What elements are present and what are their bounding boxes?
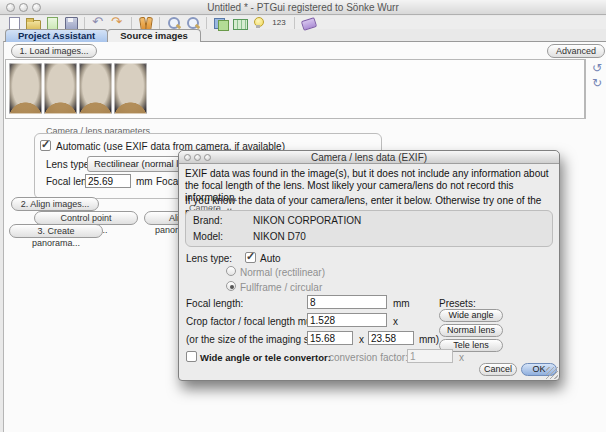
sensor-x-label: x xyxy=(359,334,364,345)
add-image-icon[interactable] xyxy=(43,16,60,30)
save-icon[interactable] xyxy=(62,16,79,30)
auto-lens-checkbox[interactable] xyxy=(245,252,256,263)
dialog-focal-length-label: Focal length: xyxy=(186,298,243,309)
auto-lens-label: Auto xyxy=(260,253,281,264)
dialog-focal-length-input[interactable] xyxy=(307,295,387,309)
presets-label: Presets: xyxy=(439,298,476,309)
sensor-mm-label: mm) xyxy=(419,334,439,345)
dialog-lens-type-label: Lens type: xyxy=(186,253,232,264)
image-preview-icon[interactable] xyxy=(212,16,229,30)
redo-icon[interactable] xyxy=(109,16,126,30)
sensor-width-input[interactable] xyxy=(307,331,353,345)
lightbulb-icon[interactable] xyxy=(250,16,267,30)
conversion-factor-input xyxy=(407,349,453,363)
tag-icon[interactable] xyxy=(300,16,317,30)
focal-length-input[interactable] xyxy=(85,174,131,188)
preset-wide-angle-button[interactable]: Wide angle xyxy=(439,309,503,322)
create-panorama-button[interactable]: 3. Create panorama... xyxy=(9,224,103,238)
zoom-in-icon[interactable] xyxy=(165,16,182,30)
tab-bar: Project Assistant Source images xyxy=(5,29,201,42)
fullframe-circular-label: Fullframe / circular xyxy=(240,282,322,293)
undo-icon[interactable] xyxy=(90,16,107,30)
tab-project-assistant[interactable]: Project Assistant xyxy=(5,29,108,42)
dialog-mm-label: mm xyxy=(393,298,410,309)
automatic-exif-checkbox[interactable] xyxy=(40,140,51,151)
tools-icon[interactable] xyxy=(137,16,154,30)
crop-factor-x-label: x xyxy=(393,316,398,327)
normal-rectilinear-radio[interactable] xyxy=(226,266,236,276)
toolbar: 123 xyxy=(0,16,606,29)
image-thumbnail[interactable] xyxy=(79,63,112,114)
toolbar-separator xyxy=(159,17,160,29)
image-thumbnail-strip[interactable] xyxy=(5,59,585,119)
dialog-title-bar: Camera / lens data (EXIF) xyxy=(179,151,559,164)
model-label: Model: xyxy=(193,231,223,242)
conversion-x-label: x xyxy=(459,352,464,363)
image-thumbnail[interactable] xyxy=(9,63,42,114)
model-value: NIKON D70 xyxy=(253,231,306,242)
crop-factor-input[interactable] xyxy=(307,313,387,327)
conversion-factor-label: conversion factor: xyxy=(329,352,408,363)
ptgui-window: Untitled * - PTGui registered to Sönke W… xyxy=(0,0,606,432)
title-bar: Untitled * - PTGui registered to Sönke W… xyxy=(0,0,606,15)
image-thumbnail[interactable] xyxy=(44,63,77,114)
load-images-button[interactable]: 1. Load images... xyxy=(11,44,97,58)
toolbar-separator xyxy=(131,17,132,29)
camera-group-box xyxy=(185,210,553,247)
sensor-height-input[interactable] xyxy=(368,331,414,345)
rotate-cw-icon[interactable]: ↻ xyxy=(590,77,604,90)
thumbnail-side-panel: ↺ ↻ xyxy=(585,59,606,119)
normal-rectilinear-label: Normal (rectilinear) xyxy=(240,267,325,278)
dialog-title: Camera / lens data (EXIF) xyxy=(179,152,559,163)
camera-lens-data-dialog: Camera / lens data (EXIF) EXIF data was … xyxy=(178,150,560,381)
numbers-icon[interactable]: 123 xyxy=(269,16,289,30)
align-images-button[interactable]: 2. Align images... xyxy=(11,197,99,211)
tab-source-images[interactable]: Source images xyxy=(107,29,201,42)
image-thumbnail[interactable] xyxy=(114,63,147,114)
new-project-icon[interactable] xyxy=(5,16,22,30)
preset-normal-lens-button[interactable]: Normal lens xyxy=(439,324,503,337)
resize-grip[interactable] xyxy=(546,367,558,379)
toolbar-separator xyxy=(206,17,207,29)
panorama-table-icon[interactable] xyxy=(231,16,248,30)
lens-type-label: Lens type: xyxy=(46,159,92,170)
brand-label: Brand: xyxy=(193,215,222,226)
brand-value: NIKON CORPORATION xyxy=(253,215,361,226)
control-point-assistant-button[interactable]: Control point assistant... xyxy=(34,211,138,225)
zoom-out-icon[interactable] xyxy=(184,16,201,30)
convertor-checkbox[interactable] xyxy=(186,351,197,362)
fullframe-circular-radio[interactable] xyxy=(226,281,236,291)
toolbar-separator xyxy=(294,17,295,29)
advanced-button[interactable]: Advanced >> xyxy=(547,44,605,58)
mm-unit-label: mm xyxy=(136,176,153,187)
convertor-label: Wide angle or tele convertor: xyxy=(200,352,331,363)
cancel-button[interactable]: Cancel xyxy=(479,363,517,376)
toolbar-separator xyxy=(84,17,85,29)
rotate-ccw-icon[interactable]: ↺ xyxy=(590,62,604,75)
open-icon[interactable] xyxy=(24,16,41,30)
window-title: Untitled * - PTGui registered to Sönke W… xyxy=(0,2,606,13)
